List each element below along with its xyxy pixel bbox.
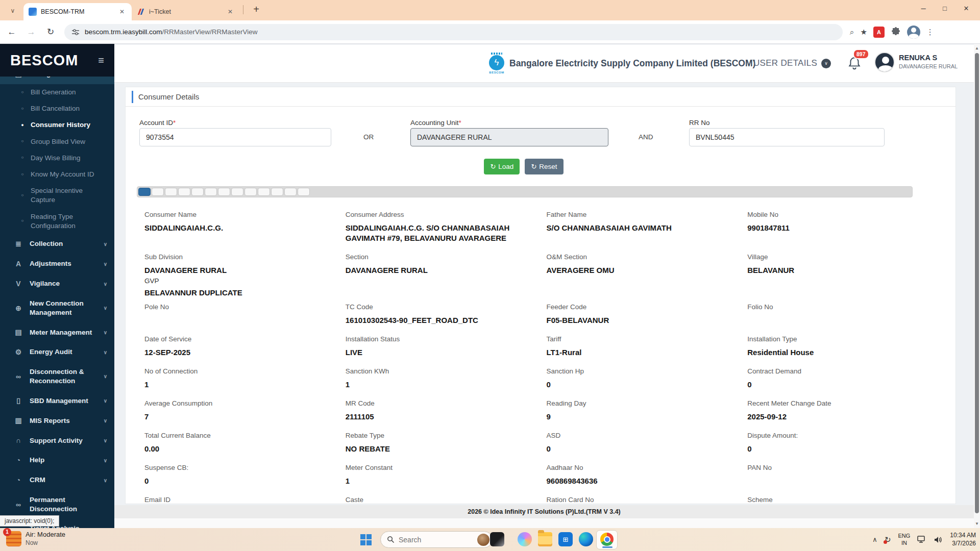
taskbar-search[interactable] (380, 531, 493, 548)
scroll-down-icon[interactable]: ▼ (974, 521, 980, 526)
sidebar-item[interactable]: A Adjustments ∨ (0, 254, 114, 274)
new-tab-button[interactable]: + (250, 4, 263, 15)
detail-tab[interactable] (152, 188, 164, 196)
back-button[interactable]: ← (4, 24, 19, 40)
address-bar[interactable]: bescom.trm.ieasybill.com/RRMasterView/RR… (64, 24, 843, 40)
snip-app-icon[interactable] (490, 532, 504, 546)
page-scrollbar[interactable]: ▲ ▼ (974, 44, 980, 528)
user-avatar[interactable] (874, 52, 895, 72)
clock[interactable]: 10:34 AM3/7/2026 (950, 532, 976, 547)
load-button[interactable]: ↻Load (484, 159, 520, 174)
consumer-field: Date of Service 12-SEP-2025 (144, 335, 346, 361)
sidebar-item-icon: ∞ (11, 500, 26, 510)
detail-tab[interactable] (244, 188, 257, 196)
site-settings-icon[interactable] (71, 28, 80, 36)
microsoft-store-icon[interactable]: ⊞ (558, 532, 573, 546)
sidebar-item[interactable]: ∞ Disconnection & Reconnection ∨ (0, 362, 114, 391)
field-label: Father Name (547, 211, 733, 218)
sidebar-item[interactable]: ● Consumer History (0, 117, 114, 133)
detail-tab[interactable] (298, 188, 310, 196)
edge-icon[interactable] (579, 532, 593, 546)
accounting-unit-input[interactable] (410, 128, 608, 146)
field-label: MR Code (346, 399, 532, 407)
sidebar-item[interactable]: ○ Know My Account ID (0, 166, 114, 183)
sidebar-item[interactable]: ▥ MIS Reports ∨ (0, 411, 114, 431)
sidebar-item[interactable]: ○ Day Wise Billing (0, 150, 114, 166)
weather-widget[interactable]: 1 Air: Moderate Now (6, 531, 65, 546)
close-icon[interactable]: ✕ (226, 8, 235, 15)
sidebar-item-label: Support Activity (30, 436, 104, 445)
tab-search-button[interactable]: ∨ (6, 4, 19, 17)
sidebar-item[interactable]: ○ Group Billed View (0, 134, 114, 150)
detail-tab[interactable] (271, 188, 283, 196)
pdf-extension-icon[interactable]: A (873, 27, 885, 38)
tray-chevron-up-icon[interactable]: ∧ (872, 536, 877, 543)
speaker-icon[interactable] (934, 536, 943, 544)
reload-button[interactable]: ↻ (43, 24, 58, 40)
detail-tab[interactable] (218, 188, 230, 196)
detail-tab[interactable] (191, 188, 204, 196)
zoom-lens-icon[interactable]: ⌕ (850, 28, 854, 37)
field-label: Recent Meter Change Date (747, 399, 934, 407)
browser-tab-iticket[interactable]: i~Ticket ✕ (132, 3, 240, 20)
account-id-input[interactable] (139, 128, 331, 146)
bookmark-star-icon[interactable]: ★ (860, 28, 867, 37)
close-window-button[interactable]: ✕ (955, 0, 977, 16)
browser-menu-kebab-icon[interactable]: ⋮ (926, 28, 934, 37)
sidebar-item[interactable]: ○ Bill Cancellation (0, 101, 114, 117)
sidebar-item[interactable]: ∩ Support Activity ∨ (0, 431, 114, 450)
browser-profile-avatar[interactable] (907, 26, 920, 39)
detail-tab[interactable] (205, 188, 217, 196)
detail-tab[interactable] (178, 188, 190, 196)
bolt-icon: ϟ (489, 55, 504, 70)
sidebar-item[interactable]: ⊕ New Connection Management ∨ (0, 294, 114, 322)
detail-tab[interactable] (138, 188, 151, 196)
close-icon[interactable]: ✕ (117, 8, 127, 15)
detail-tab[interactable] (231, 188, 243, 196)
scrollbar-thumb[interactable] (975, 53, 979, 513)
forward-button[interactable]: → (23, 24, 39, 40)
consumer-field: Aadhaar No 960869843636 (547, 464, 748, 490)
notifications-bell[interactable]: 897 (848, 56, 865, 70)
hamburger-icon[interactable]: ≡ (98, 55, 104, 66)
chrome-taskbar-active[interactable] (596, 530, 618, 549)
detail-tab[interactable] (284, 188, 297, 196)
field-label: Dispute Amount: (747, 432, 934, 439)
sidebar-item[interactable]: ▯ SBD Management ∨ (0, 391, 114, 411)
sidebar-item-icon: ⊕ (11, 304, 26, 313)
sidebar-item[interactable]: V Vigilance ∨ (0, 274, 114, 294)
field-label: Consumer Name (144, 211, 331, 218)
detail-tab[interactable] (258, 188, 270, 196)
sidebar-item[interactable]: ◔ CRM ∨ (0, 470, 114, 490)
network-icon[interactable] (917, 536, 926, 544)
start-button[interactable] (358, 532, 374, 547)
maximize-button[interactable]: □ (934, 0, 955, 16)
search-input[interactable] (399, 536, 465, 544)
copilot-icon[interactable] (518, 532, 532, 546)
sidebar-item[interactable]: ▤ Meter Management ∨ (0, 322, 114, 342)
sidebar-item[interactable]: ○ Special Incentive Capture (0, 183, 114, 208)
extensions-puzzle-icon[interactable] (891, 27, 901, 37)
chrome-icon (600, 533, 614, 546)
sidebar-item[interactable]: ○ Bill Generation (0, 84, 114, 101)
scroll-up-icon[interactable]: ▲ (974, 46, 980, 51)
url-text[interactable]: bescom.trm.ieasybill.com/RRMasterView/RR… (85, 28, 258, 36)
sidebar-item[interactable]: ⚙ Energy Audit ∨ (0, 342, 114, 362)
language-indicator[interactable]: ENGIN (898, 533, 910, 547)
sync-alert-icon[interactable]: ↻ (885, 535, 891, 544)
minimize-button[interactable]: ─ (913, 0, 934, 16)
rr-no-input[interactable] (689, 128, 885, 146)
reset-button[interactable]: ↻Reset (525, 159, 563, 174)
sidebar-item[interactable]: ◔ Help ∨ (0, 450, 114, 470)
file-explorer-icon[interactable] (538, 532, 552, 546)
search-highlight-avatar[interactable] (477, 534, 489, 546)
sidebar-item[interactable]: ∞ Permanent Disconnection (0, 490, 114, 519)
sidebar-item-label: Reading Type Configuaration (31, 212, 107, 231)
sidebar-item[interactable]: ○ Reading Type Configuaration (0, 209, 114, 234)
sidebar-item-icon: ≣ (11, 239, 26, 249)
browser-tab-bescom-trm[interactable]: BESCOM-TRM ✕ (23, 3, 132, 20)
user-details-dropdown[interactable]: USER DETAILS ∨ (753, 58, 831, 68)
sidebar-item[interactable]: ≣ Collection ∨ (0, 234, 114, 254)
detail-tab[interactable] (165, 188, 177, 196)
below-footer-strip (114, 518, 974, 528)
